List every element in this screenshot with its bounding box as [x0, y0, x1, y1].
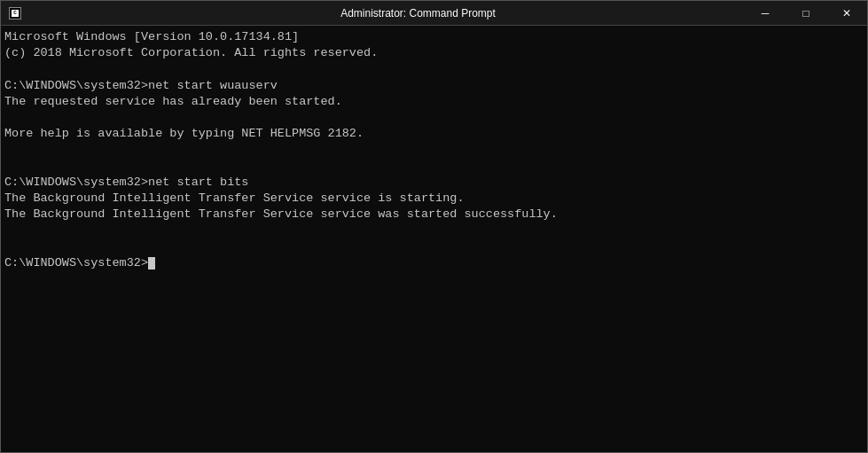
terminal-line [4, 110, 864, 126]
app-icon: C [8, 6, 22, 20]
terminal-line: Microsoft Windows [Version 10.0.17134.81… [4, 29, 864, 45]
window-controls: ─ □ ✕ [745, 1, 867, 26]
maximize-button[interactable]: □ [786, 1, 826, 26]
terminal-line [4, 239, 864, 255]
terminal-line: More help is available by typing NET HEL… [4, 126, 864, 142]
terminal-line: C:\WINDOWS\system32> [4, 255, 864, 271]
close-button[interactable]: ✕ [826, 1, 867, 26]
terminal-line [4, 61, 864, 77]
terminal-line: (c) 2018 Microsoft Corporation. All righ… [4, 45, 864, 61]
terminal-output[interactable]: Microsoft Windows [Version 10.0.17134.81… [1, 26, 867, 452]
window-title: Administrator: Command Prompt [29, 7, 807, 20]
terminal-line [4, 223, 864, 239]
terminal-line: The Background Intelligent Transfer Serv… [4, 191, 864, 207]
terminal-line [4, 143, 864, 159]
terminal-line [4, 159, 864, 175]
terminal-line: The Background Intelligent Transfer Serv… [4, 207, 864, 223]
minimize-button[interactable]: ─ [745, 1, 786, 26]
title-bar: C Administrator: Command Prompt ─ □ ✕ [1, 1, 867, 26]
terminal-line: The requested service has already been s… [4, 94, 864, 110]
terminal-line: C:\WINDOWS\system32>net start wuauserv [4, 78, 864, 94]
cursor-blink [148, 257, 155, 269]
terminal-line: C:\WINDOWS\system32>net start bits [4, 175, 864, 191]
command-prompt-window: C Administrator: Command Prompt ─ □ ✕ Mi… [0, 0, 868, 453]
